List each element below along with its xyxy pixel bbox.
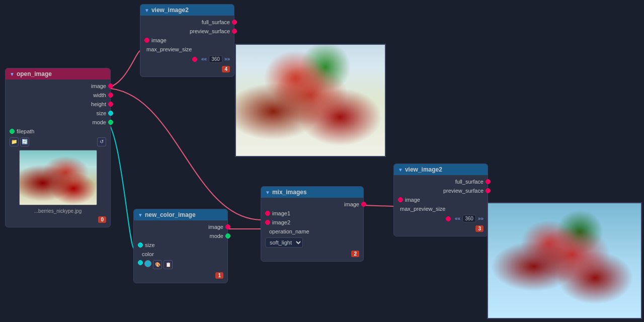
new-color-image-header: ▼ new_color_image: [134, 209, 227, 220]
new-color-image-port-color[interactable]: [138, 260, 143, 265]
open-image-port-mode[interactable]: [108, 120, 113, 125]
view-image2-right-row-preview: preview_surface: [394, 186, 488, 195]
mix-images-port-image-out[interactable]: [361, 202, 366, 207]
mix-images-operation-select[interactable]: soft_light multiply screen overlay: [265, 237, 303, 248]
open-image-arrow: ▼: [10, 71, 15, 77]
color-dot-cyan[interactable]: [144, 260, 151, 267]
view-image2-top-title: view_image2: [151, 7, 189, 14]
mix-images-row-opname: operation_name: [261, 227, 363, 236]
view-image2-right-left-arrows: ««: [455, 216, 460, 221]
mix-images-node: ▼ mix_images image image1 image2 operati…: [261, 186, 364, 262]
mix-images-header: ▼ mix_images: [261, 187, 363, 198]
open-image-port-width[interactable]: [108, 93, 113, 98]
new-color-image-arrow: ▼: [138, 212, 143, 218]
open-image-row-height: height: [6, 100, 110, 109]
new-color-image-port-image[interactable]: [225, 224, 230, 229]
open-image-row-image: image: [6, 82, 110, 91]
mix-images-port-image2[interactable]: [265, 220, 270, 225]
view-image2-right-label-preview: preview_surface: [443, 188, 484, 194]
open-image-port-filepath[interactable]: [10, 129, 15, 134]
new-color-image-title: new_color_image: [145, 211, 196, 218]
open-image-row-filepath: filepath: [6, 127, 110, 136]
preview-top: [235, 44, 386, 157]
open-image-label-width: width: [93, 92, 106, 98]
new-color-image-row-color: color: [134, 250, 227, 259]
mix-images-row-image1: image1: [261, 209, 363, 218]
new-color-image-body: image mode size color 🎨 📋 1: [134, 220, 227, 283]
view-image2-top-node: ▼ view_image2 full_surface preview_surfa…: [140, 4, 234, 77]
mix-images-label-opname: operation_name: [269, 228, 309, 234]
mix-images-row-image2: image2: [261, 218, 363, 227]
view-image2-top-port-image[interactable]: [144, 38, 149, 43]
open-image-port-size[interactable]: [108, 111, 113, 116]
view-image2-right-row-image: image: [394, 195, 488, 204]
mix-images-label-image2: image2: [272, 219, 290, 225]
view-image2-right-slider-row: «« 360 »»: [394, 213, 488, 224]
thumbnail-bg: [20, 150, 97, 205]
mix-images-badge: 2: [351, 251, 359, 257]
view-image2-right-header: ▼ view_image2: [394, 164, 488, 175]
view-image2-top-row-image: image: [140, 36, 234, 45]
filepath-label: ...berries_nickype.jpg: [6, 207, 110, 215]
view-image2-right-port-slider[interactable]: [446, 216, 451, 221]
view-image2-right-label-full: full_surface: [455, 179, 484, 185]
new-color-image-node: ▼ new_color_image image mode size color …: [133, 209, 228, 283]
view-image2-right-badge: 3: [475, 225, 484, 232]
open-image-badge: 0: [98, 216, 106, 223]
mix-images-port-image1[interactable]: [265, 211, 270, 216]
new-color-image-row-image: image: [134, 222, 227, 231]
view-image2-right-right-arrows: »»: [478, 216, 484, 221]
open-image-label-image: image: [91, 83, 106, 89]
preview-right-img: [488, 203, 641, 318]
open-image-label-mode: mode: [92, 119, 106, 125]
view-image2-right-port-preview[interactable]: [486, 188, 491, 193]
view-image2-right-arrow: ▼: [398, 167, 403, 173]
view-image2-top-port-full[interactable]: [232, 20, 237, 25]
open-image-port-height[interactable]: [108, 102, 113, 107]
open-image-thumbnail: [19, 150, 97, 205]
view-image2-top-slider-value[interactable]: 360: [209, 55, 222, 63]
view-image2-top-row-maxpreview: max_preview_size: [140, 45, 234, 54]
refresh-icon[interactable]: 🔄: [20, 137, 29, 146]
view-image2-right-port-full[interactable]: [486, 179, 491, 184]
open-image-title: open_image: [17, 70, 52, 77]
view-image2-right-body: full_surface preview_surface image max_p…: [394, 175, 488, 236]
new-color-image-label-mode: mode: [209, 233, 223, 239]
new-color-image-color-row: 🎨 📋: [134, 259, 227, 271]
view-image2-top-header: ▼ view_image2: [140, 5, 234, 16]
view-image2-right-slider-value[interactable]: 360: [462, 215, 476, 222]
view-image2-right-node: ▼ view_image2 full_surface preview_surfa…: [393, 164, 488, 236]
view-image2-top-port-preview[interactable]: [232, 29, 237, 34]
view-image2-right-row-maxpreview: max_preview_size: [394, 204, 488, 213]
view-image2-right-label-maxpreview: max_preview_size: [400, 206, 445, 212]
open-image-header: ▼ open_image: [6, 68, 110, 79]
new-color-image-port-mode[interactable]: [225, 233, 230, 238]
view-image2-right-title: view_image2: [405, 166, 442, 173]
view-image2-top-label-maxpreview: max_preview_size: [146, 46, 192, 52]
view-image2-top-row-preview: preview_surface: [140, 27, 234, 36]
color-extra-icon[interactable]: 📋: [164, 260, 173, 269]
view-image2-right-port-image[interactable]: [398, 197, 403, 202]
mix-images-dropdown-row: soft_light multiply screen overlay: [261, 236, 363, 249]
view-image2-top-label-preview: preview_surface: [190, 28, 230, 34]
extra-icon[interactable]: ↺: [97, 137, 106, 146]
new-color-image-port-size[interactable]: [138, 243, 143, 248]
open-image-body: image width height size mode filepath 📁 …: [6, 79, 110, 227]
view-image2-top-body: full_surface preview_surface image max_p…: [140, 16, 234, 76]
new-color-image-label-color: color: [142, 251, 154, 257]
view-image2-top-port-slider[interactable]: [192, 57, 197, 62]
new-color-image-label-image: image: [208, 224, 223, 230]
mix-images-label-image1: image1: [272, 210, 290, 216]
open-image-label-height: height: [91, 101, 106, 107]
color-picker-icon[interactable]: 🎨: [153, 260, 162, 269]
open-image-row-mode: mode: [6, 118, 110, 127]
new-color-image-label-size: size: [145, 242, 155, 248]
view-image2-top-slider-row: «« 360 »»: [140, 54, 234, 64]
view-image2-top-arrow: ▼: [144, 8, 149, 13]
open-image-port-image[interactable]: [108, 84, 113, 89]
view-image2-right-row-full: full_surface: [394, 177, 488, 186]
open-folder-icon[interactable]: 📁: [10, 137, 19, 146]
view-image2-top-badge: 4: [222, 66, 230, 72]
view-image2-top-label-full: full_surface: [202, 19, 230, 25]
open-image-label-filepath: filepath: [17, 128, 34, 134]
